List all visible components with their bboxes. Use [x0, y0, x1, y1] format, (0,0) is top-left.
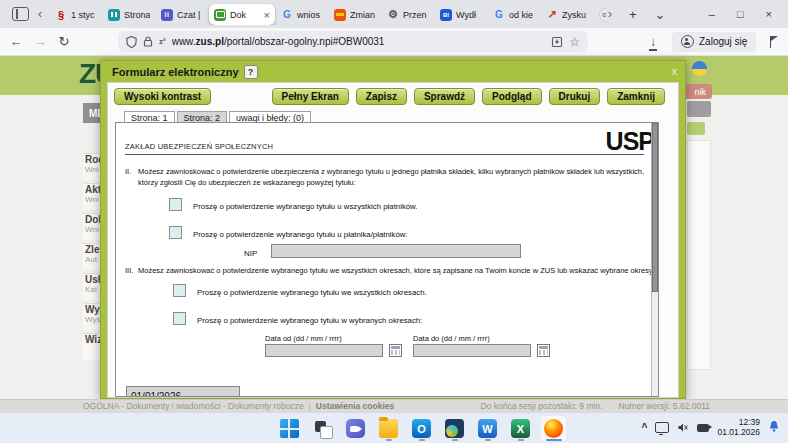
edoc-favicon-icon [214, 9, 226, 21]
paragraph-favicon-icon [55, 9, 67, 21]
dialog-toolbar: Wysoki kontrast Pełny Ekran Zapisz Spraw… [108, 83, 678, 108]
forward-icon[interactable]: → [28, 34, 52, 49]
dialog-title: Formularz elektroniczny [112, 66, 239, 78]
browser-tab[interactable]: Zysku [541, 4, 593, 25]
maximize-button[interactable]: □ [737, 8, 744, 20]
browser-tabstrip: ‹ 1 stycStronaCzat |Dok×wniosZmianPrzenW… [0, 0, 788, 28]
url-bar[interactable]: z² www.zus.pl/portal/obszar-ogolny.npi#O… [118, 31, 588, 52]
scrollbar-thumb[interactable] [652, 123, 658, 292]
taskbar-photos-button[interactable] [441, 415, 468, 442]
calendar-icon[interactable] [389, 344, 402, 357]
selected-payers-checkbox[interactable] [169, 226, 182, 239]
tray-chevron-icon[interactable]: ^ [642, 422, 648, 433]
case-favicon-icon [334, 9, 346, 21]
dialog-close-icon[interactable]: x [672, 66, 678, 77]
header-gray-button[interactable] [687, 101, 711, 117]
cookies-settings-link[interactable]: Ustawienia cookies [316, 401, 394, 411]
form-code: USP [606, 127, 654, 156]
downloads-icon[interactable]: ↓ [650, 35, 656, 49]
period-date-input[interactable]: 01/01/2026 [126, 386, 240, 397]
date-from-input[interactable] [265, 344, 383, 357]
save-page-icon[interactable] [551, 36, 563, 48]
back-icon[interactable]: ← [4, 34, 28, 49]
tracking-shield-icon[interactable] [126, 36, 137, 48]
date-to-input[interactable] [413, 344, 531, 357]
browser-tab[interactable]: Wydł [435, 4, 487, 25]
all-periods-checkbox[interactable] [173, 284, 186, 297]
browser-tab[interactable]: od kie [488, 4, 540, 25]
tab-label: 1 styc [71, 10, 97, 20]
date-to-label: Data do (dd / mm / rrrr) [413, 334, 490, 343]
print-button[interactable]: Drukuj [549, 88, 601, 105]
browser-tab[interactable]: Zmian [329, 4, 381, 25]
login-button[interactable]: Zaloguj się [672, 32, 756, 52]
taskbar-start-button[interactable] [276, 415, 303, 442]
new-tab-button[interactable]: + [629, 7, 637, 22]
window-controls: – □ × [709, 8, 784, 20]
taskbar-excel-button[interactable] [507, 415, 534, 442]
taskbar-file-explorer-button[interactable] [375, 415, 402, 442]
firefox-view-icon[interactable] [12, 7, 29, 21]
taskbar-outlook-button[interactable] [408, 415, 435, 442]
help-icon[interactable]: ? [244, 65, 258, 79]
taskbar-task-view-button[interactable] [309, 415, 336, 442]
display-icon[interactable] [655, 422, 669, 433]
start-icon [280, 419, 299, 438]
notification-bell-icon[interactable] [768, 419, 780, 437]
organization-name: ZAKŁAD UBEZPIECZEŃ SPOŁECZNYCH [125, 142, 273, 151]
extension-icon[interactable] [770, 36, 780, 48]
header-green-button[interactable] [687, 122, 705, 135]
dialog-titlebar[interactable]: Formularz elektroniczny ? x [101, 61, 685, 82]
task-view-icon [313, 419, 332, 438]
browser-tab[interactable]: Czat | [156, 4, 208, 25]
all-periods-label: Proszę o potwierdzenie wybranego tytułu … [197, 288, 427, 297]
translations-icon[interactable]: z² [159, 37, 166, 46]
browser-tab[interactable]: Strona [103, 4, 155, 25]
list-all-tabs-icon[interactable]: ⌄ [655, 7, 666, 22]
browser-tab[interactable]: Dok× [209, 4, 275, 25]
ukraine-flag-icon[interactable] [692, 61, 707, 76]
taskbar-teams-chat-button[interactable] [342, 415, 369, 442]
close-window-button[interactable]: × [766, 8, 772, 20]
selected-periods-checkbox[interactable] [173, 312, 186, 325]
lock-icon[interactable] [143, 36, 153, 47]
word-icon [478, 419, 497, 438]
reload-icon[interactable]: ↻ [52, 34, 76, 49]
browser-tab[interactable]: 1 styc [50, 4, 102, 25]
camera-icon[interactable] [697, 424, 709, 432]
fullscreen-button[interactable]: Pełny Ekran [272, 88, 349, 105]
tab-close-icon[interactable]: × [264, 9, 270, 21]
form-scrollbar[interactable] [651, 123, 658, 396]
nip-input[interactable] [271, 244, 521, 258]
content-panel-edge [687, 140, 711, 370]
clock[interactable]: 12:39 01.01.2026 [717, 418, 760, 437]
url-text: www.zus.pl/portal/obszar-ogolny.npi#OBW0… [172, 36, 385, 47]
screen: ‹ 1 stycStronaCzat |Dok×wniosZmianPrzenW… [0, 0, 788, 443]
taskbar-word-button[interactable] [474, 415, 501, 442]
selected-payers-label: Proszę o potwierdzenie wybranego tytułu … [193, 230, 408, 239]
browser-tab[interactable]: Trage [594, 4, 606, 25]
speaker-muted-icon[interactable] [677, 419, 689, 437]
teams-favicon-icon [161, 9, 173, 21]
selected-periods-label: Proszę o potwierdzenie wybranego tytułu … [197, 316, 422, 325]
tab-label: Dok [230, 10, 260, 20]
taskbar-firefox-button[interactable] [540, 415, 567, 442]
scroll-tabs-right-icon[interactable]: › [608, 7, 612, 21]
preview-button[interactable]: Podgląd [482, 88, 541, 105]
bookmark-star-icon[interactable]: ☆ [569, 35, 580, 49]
account-icon [681, 35, 694, 48]
browser-tab[interactable]: wnios [276, 4, 328, 25]
nip-label: NIP [244, 249, 257, 258]
save-button[interactable]: Zapisz [356, 88, 407, 105]
browser-tab[interactable]: Przen [382, 4, 434, 25]
scroll-tabs-left-icon[interactable]: ‹ [38, 7, 42, 21]
all-payers-checkbox[interactable] [169, 198, 182, 211]
form-dialog: Formularz elektroniczny ? x Wysoki kontr… [100, 60, 686, 399]
calendar-icon[interactable] [537, 344, 550, 357]
tab-label: Zysku [562, 10, 588, 20]
close-form-button[interactable]: Zamknij [607, 88, 665, 105]
minimize-button[interactable]: – [709, 8, 715, 20]
high-contrast-button[interactable]: Wysoki kontrast [114, 88, 211, 105]
check-button[interactable]: Sprawdź [414, 88, 475, 105]
version-number: Numer wersji: 5.62.0011 [619, 401, 711, 411]
